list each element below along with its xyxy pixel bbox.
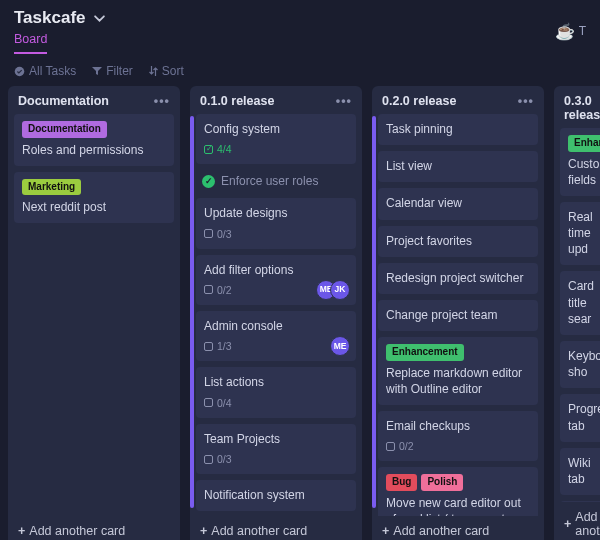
card-title: Move new card editor out of card list ( … [386, 495, 530, 516]
column-title[interactable]: Documentation [18, 94, 109, 108]
card[interactable]: Team Projects0/3 [196, 424, 356, 474]
board-columns: Documentation•••DocumentationRoles and p… [0, 86, 600, 540]
card[interactable]: Calendar view [378, 188, 538, 219]
card-title: Redesign project switcher [386, 270, 530, 286]
card[interactable]: Task pinning [378, 114, 538, 145]
column-menu-icon[interactable]: ••• [336, 94, 352, 108]
label-enhancement: Enhancement [568, 135, 600, 152]
card-title: Change project team [386, 307, 530, 323]
card[interactable]: Config system4/4 [196, 114, 356, 164]
scroll-indicator [372, 116, 376, 508]
card[interactable]: Add filter options0/2MEJK [196, 255, 356, 305]
app-logo: ☕ T [555, 22, 586, 41]
card-title: Project favorites [386, 233, 530, 249]
card[interactable]: Archive tasks deletion [560, 501, 600, 502]
card[interactable]: Email checkups0/2 [378, 411, 538, 461]
card[interactable]: EnhancementCustom fields [560, 128, 600, 196]
column-header: 0.3.0 release [554, 86, 600, 128]
column-documentation: Documentation•••DocumentationRoles and p… [8, 86, 180, 540]
card[interactable]: Admin console1/3ME [196, 311, 356, 361]
card-list: Task pinningList viewCalendar viewProjec… [372, 114, 544, 516]
card-title: Progress tab [568, 401, 600, 433]
checklist-icon [204, 229, 213, 238]
card-title: Update designs [204, 205, 348, 221]
checklist-icon [204, 342, 213, 351]
column-menu-icon[interactable]: ••• [154, 94, 170, 108]
card[interactable]: Notification system [196, 480, 356, 511]
checklist-count: 4/4 [217, 142, 232, 156]
column-title[interactable]: 0.3.0 release [564, 94, 600, 122]
card-title: Task pinning [386, 121, 530, 137]
all-tasks-filter[interactable]: All Tasks [14, 64, 76, 78]
card[interactable]: Wiki tab [560, 448, 600, 495]
check-circle-icon: ✓ [202, 175, 215, 188]
card-labels: Enhancement [568, 135, 600, 152]
card[interactable]: Card title sear [560, 271, 600, 335]
card-labels: Documentation [22, 121, 166, 138]
card[interactable]: EnhancementReplace markdown editor with … [378, 337, 538, 405]
completed-card[interactable]: ✓Enforce user roles [196, 170, 356, 192]
column-title[interactable]: 0.1.0 release [200, 94, 274, 108]
card-checklist-meta: 1/3 [204, 339, 348, 353]
avatar[interactable]: ME [330, 336, 350, 356]
card-list: Config system4/4✓Enforce user rolesUpdat… [190, 114, 362, 516]
avatar[interactable]: JK [330, 280, 350, 300]
card-title: Admin console [204, 318, 348, 334]
plus-icon: + [18, 524, 25, 538]
card[interactable]: List view [378, 151, 538, 182]
checklist-icon [204, 398, 213, 407]
card-assignees: MEJK [316, 280, 350, 300]
card[interactable]: Change project team [378, 300, 538, 331]
column-0.2.0-release: 0.2.0 release•••Task pinningList viewCal… [372, 86, 544, 540]
card-list: EnhancementCustom fieldsReal time updCar… [554, 128, 600, 502]
card-title: Notification system [204, 487, 348, 503]
card-title: Replace markdown editor with Outline edi… [386, 365, 530, 397]
plus-icon: + [564, 517, 571, 531]
card[interactable]: List actions0/4 [196, 367, 356, 417]
checklist-count: 0/2 [399, 439, 414, 453]
checklist-count: 1/3 [217, 339, 232, 353]
card-title: Next reddit post [22, 199, 166, 215]
card[interactable]: DocumentationRoles and permissions [14, 114, 174, 166]
card-title: Add filter options [204, 262, 348, 278]
card[interactable]: Redesign project switcher [378, 263, 538, 294]
add-card-button[interactable]: +Add another card [190, 516, 362, 540]
add-card-label: Add another card [393, 524, 489, 538]
sort-label: Sort [162, 64, 184, 78]
column-menu-icon[interactable]: ••• [518, 94, 534, 108]
card[interactable]: Project favorites [378, 226, 538, 257]
card[interactable]: MarketingNext reddit post [14, 172, 174, 224]
card-title: Keyboard sho [568, 348, 600, 380]
card-checklist-meta: 0/4 [204, 396, 348, 410]
checklist-icon [386, 442, 395, 451]
board-toolbar: All Tasks Filter Sort [0, 54, 600, 86]
card-labels: Enhancement [386, 344, 530, 361]
checklist-count: 0/3 [217, 227, 232, 241]
add-card-button[interactable]: +Add anoth [554, 502, 600, 540]
column-0.3.0-release: 0.3.0 releaseEnhancementCustom fieldsRea… [554, 86, 600, 540]
coffee-icon: ☕ [555, 22, 575, 41]
project-title[interactable]: Taskcafe [14, 8, 105, 28]
checklist-icon [204, 145, 213, 154]
sort-button[interactable]: Sort [149, 64, 184, 78]
add-card-button[interactable]: +Add another card [8, 516, 180, 540]
card-title: Wiki tab [568, 455, 600, 487]
card-title: Team Projects [204, 431, 348, 447]
add-card-button[interactable]: +Add another card [372, 516, 544, 540]
card-labels: BugPolish [386, 474, 530, 491]
card-title: List view [386, 158, 530, 174]
card-list: DocumentationRoles and permissionsMarket… [8, 114, 180, 516]
column-title[interactable]: 0.2.0 release [382, 94, 456, 108]
card[interactable]: Update designs0/3 [196, 198, 356, 248]
filter-button[interactable]: Filter [92, 64, 133, 78]
scroll-indicator [190, 116, 194, 508]
checklist-count: 0/2 [217, 283, 232, 297]
plus-icon: + [200, 524, 207, 538]
card-title: Card title sear [568, 278, 600, 327]
card[interactable]: BugPolishMove new card editor out of car… [378, 467, 538, 516]
tab-board[interactable]: Board [14, 30, 47, 54]
filter-icon [92, 66, 102, 76]
card[interactable]: Progress tab [560, 394, 600, 441]
card[interactable]: Real time upd [560, 202, 600, 266]
card[interactable]: Keyboard sho [560, 341, 600, 388]
